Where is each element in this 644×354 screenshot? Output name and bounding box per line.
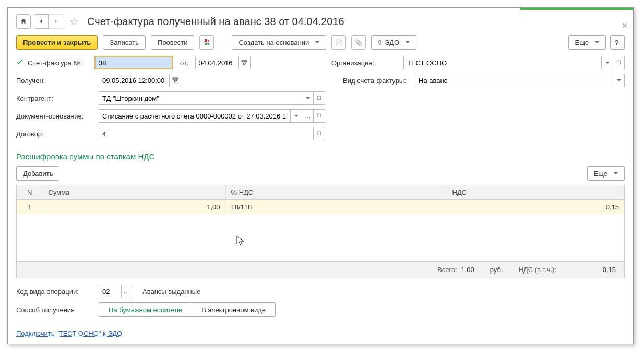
contract-input[interactable] [99, 127, 314, 140]
receive-method-label: Способ получения [16, 306, 94, 314]
counterparty-label: Контрагент: [16, 95, 94, 102]
edo-icon: ⎙ [378, 39, 381, 46]
post-button[interactable]: Провести [151, 35, 195, 50]
dtkt-button[interactable]: ДтКт [199, 35, 214, 50]
col-vat-rate: % НДС [225, 185, 447, 200]
paper-option[interactable]: На бумажном носителе [99, 302, 192, 317]
dropdown-icon[interactable] [302, 91, 314, 105]
ellipsis-icon[interactable] [302, 109, 314, 123]
op-code-desc: Авансы выданные [142, 288, 200, 296]
electronic-option[interactable]: В электронном виде [192, 302, 276, 317]
forward-button[interactable] [49, 14, 63, 29]
totals-bar: Всего: 1,00 руб. НДС (в т.ч.): 0,15 [16, 262, 625, 278]
close-icon[interactable]: ✕ [622, 21, 628, 30]
clip-icon [355, 39, 363, 46]
attach-button[interactable] [351, 35, 366, 50]
dropdown-icon[interactable] [291, 109, 302, 123]
invoice-no-input[interactable] [94, 56, 173, 69]
col-n: N [17, 185, 43, 200]
basis-input[interactable] [99, 109, 291, 123]
invoice-type-label: Вид счета-фактуры: [343, 77, 411, 85]
vat-section-title: Расшифровка суммы по ставкам НДС [8, 149, 633, 166]
open-icon[interactable] [613, 56, 625, 69]
connect-edo-link[interactable]: Подключить "ТЕСТ ОСНО" к ЭДО [8, 324, 130, 344]
add-row-button[interactable]: Добавить [16, 166, 59, 181]
favorite-icon[interactable]: ☆ [69, 15, 79, 28]
status-posted-icon [16, 59, 23, 66]
received-label: Получен: [16, 77, 94, 85]
create-based-button[interactable]: Создать на основании [232, 35, 326, 50]
from-label: от: [180, 59, 189, 67]
basis-label: Документ-основание: [16, 112, 94, 120]
vat-table[interactable]: N Сумма % НДС НДС 1 1,00 18/118 0,15 [16, 185, 625, 262]
invoice-type-input[interactable] [415, 74, 613, 87]
org-label: Организация: [331, 59, 399, 67]
document-icon [335, 39, 343, 46]
calendar-icon[interactable] [170, 74, 181, 87]
received-input[interactable] [99, 74, 170, 87]
receive-method-toggle: На бумажном носителе В электронном виде [99, 302, 276, 317]
col-sum: Сумма [43, 185, 225, 200]
open-icon[interactable] [314, 91, 325, 105]
print-button[interactable] [331, 35, 346, 50]
op-code-input[interactable] [99, 285, 122, 298]
op-code-label: Код вида операции: [16, 288, 94, 296]
record-button[interactable]: Записать [103, 35, 146, 50]
back-button[interactable] [34, 14, 49, 29]
counterparty-input[interactable] [99, 91, 302, 105]
open-icon[interactable] [314, 127, 325, 140]
dropdown-icon[interactable] [602, 56, 613, 69]
table-more-button[interactable]: Еще [587, 166, 625, 181]
edo-button[interactable]: ⎙ЭДО [371, 35, 416, 50]
more-button[interactable]: Еще [568, 35, 606, 50]
col-vat: НДС [447, 185, 624, 200]
dropdown-icon[interactable] [613, 74, 625, 87]
ellipsis-icon[interactable] [122, 285, 133, 298]
contract-label: Договор: [16, 130, 94, 138]
from-date-input[interactable] [195, 56, 239, 69]
calendar-icon[interactable] [239, 56, 251, 69]
help-button[interactable]: ? [610, 35, 625, 50]
org-input[interactable] [403, 56, 602, 69]
page-title: Счет-фактура полученный на аванс 38 от 0… [87, 16, 344, 28]
table-row[interactable]: 1 1,00 18/118 0,15 [17, 200, 624, 215]
post-close-button[interactable]: Провести и закрыть [16, 35, 98, 50]
invoice-no-label: Счет-фактура №: [28, 59, 90, 67]
home-button[interactable] [16, 14, 31, 29]
open-icon[interactable] [314, 109, 325, 123]
